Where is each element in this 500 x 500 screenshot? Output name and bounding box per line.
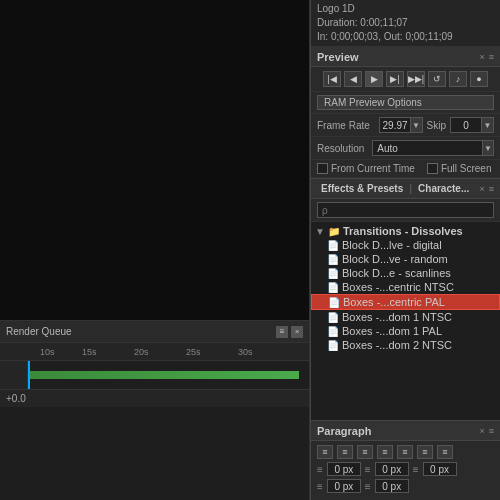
loop-btn[interactable]: ↺ [428,71,446,87]
transitions-dissolves-folder[interactable]: ▼ 📁 Transitions - Dissolves [311,224,500,238]
indent-first-input[interactable] [423,462,457,476]
resolution-arrow[interactable]: ▼ [482,141,493,155]
effects-presets-tab[interactable]: Effects & Presets [317,183,407,194]
skip-select[interactable]: 0 ▼ [450,117,494,133]
timeline-controls: ≡ × [276,326,303,338]
para-controls: ≡ ≡ ≡ ≡ ≡ ≡ ≡ ≡ ≡ ≡ [311,441,500,497]
ram-preview-btn[interactable]: RAM Preview Options [317,95,494,110]
preview-panel: Preview × ≡ |◀ ◀ ▶ ▶| ▶▶| ↺ ♪ ● RAM Prev… [311,47,500,179]
effect-item-7[interactable]: 📄 Boxes -...dom 2 NTSC [311,338,500,352]
frame-rate-arrow[interactable]: ▼ [410,118,422,132]
space-after-icon: ≡ [365,481,371,492]
effects-close-icon[interactable]: × [479,184,484,194]
effects-menu-icon[interactable]: ≡ [489,184,494,194]
resolution-label: Resolution [317,143,364,154]
align-center-btn[interactable]: ≡ [337,445,353,459]
playhead[interactable] [28,361,30,389]
effect-label-0: Block D...lve - digital [342,239,442,251]
info-duration: Duration: 0:00;11;07 [317,16,494,30]
space-after-input[interactable] [375,479,409,493]
align-justify-last-center-btn[interactable]: ≡ [417,445,433,459]
skip-to-end-btn[interactable]: ▶▶| [407,71,425,87]
full-screen-label: Full Screen [441,163,492,174]
effects-search-input[interactable] [317,202,494,218]
effects-panel-icons: × ≡ [479,184,494,194]
render-queue-tab[interactable]: Render Queue [6,326,72,337]
align-right-btn[interactable]: ≡ [357,445,373,459]
indent-after-icon: ≡ [365,464,371,475]
file-icon-5: 📄 [327,312,339,323]
align-justify-all-btn[interactable]: ≡ [437,445,453,459]
effect-label-6: Boxes -...dom 1 PAL [342,325,442,337]
paragraph-icons: × ≡ [479,426,494,436]
align-justify-last-left-btn[interactable]: ≡ [397,445,413,459]
folder-label: Transitions - Dissolves [343,225,463,237]
full-screen-checkbox[interactable] [427,163,438,174]
effects-panel: Effects & Presets | Characte... × ≡ ▼ 📁 … [311,179,500,420]
folder-expand-icon: ▼ [315,226,325,237]
record-btn[interactable]: ● [470,71,488,87]
from-current-time-item: From Current Time [317,163,415,174]
folder-icon: 📁 [328,226,340,237]
effect-item-3[interactable]: 📄 Boxes -...centric NTSC [311,280,500,294]
info-out: Out: 0;00;11;09 [384,31,453,42]
left-panel: Render Queue ≡ × 10s 15s 20s 25s 30s [0,0,310,500]
space-before-input[interactable] [327,479,361,493]
effects-tabs: Effects & Presets | Characte... [317,183,473,194]
indent-first-icon: ≡ [413,464,419,475]
time-ruler: 10s 15s 20s 25s 30s [0,343,309,361]
from-current-time-checkbox[interactable] [317,163,328,174]
para-align-row: ≡ ≡ ≡ ≡ ≡ ≡ ≡ [317,445,494,459]
timeline-track-area [0,361,309,389]
play-btn[interactable]: ▶ [365,71,383,87]
effect-label-7: Boxes -...dom 2 NTSC [342,339,452,351]
effect-item-1[interactable]: 📄 Block D...ve - random [311,252,500,266]
step-back-btn[interactable]: ◀ [344,71,362,87]
skip-arrow[interactable]: ▼ [481,118,493,132]
preview-panel-icons: × ≡ [479,52,494,62]
effect-item-2[interactable]: 📄 Block D...e - scanlines [311,266,500,280]
timeline-header: Render Queue ≡ × [0,321,309,343]
resolution-value: Auto [373,143,482,154]
ruler-mark-10s: 10s [40,347,55,357]
align-left-btn[interactable]: ≡ [317,445,333,459]
preview-panel-header: Preview × ≡ [311,47,500,67]
file-icon-2: 📄 [327,268,339,279]
effect-item-6[interactable]: 📄 Boxes -...dom 1 PAL [311,324,500,338]
indent-before-icon: ≡ [317,464,323,475]
info-bar: Logo 1D Duration: 0:00;11;07 In: 0;00;00… [311,0,500,47]
timeline-bottom-bar: +0.0 [0,389,309,407]
paragraph-panel: Paragraph × ≡ ≡ ≡ ≡ ≡ ≡ ≡ ≡ [311,420,500,500]
effect-label-1: Block D...ve - random [342,253,448,265]
search-row [311,199,500,222]
effect-item-4[interactable]: 📄 Boxes -...centric PAL [311,294,500,310]
step-forward-btn[interactable]: ▶| [386,71,404,87]
skip-label: Skip [427,120,446,131]
skip-to-start-btn[interactable]: |◀ [323,71,341,87]
audio-btn[interactable]: ♪ [449,71,467,87]
resolution-select[interactable]: Auto ▼ [372,140,494,156]
resolution-row: Resolution Auto ▼ [311,137,500,160]
timeline-area: Render Queue ≡ × 10s 15s 20s 25s 30s [0,320,310,500]
effect-label-3: Boxes -...centric NTSC [342,281,454,293]
timeline-menu-btn[interactable]: ≡ [276,326,288,338]
preview-controls: |◀ ◀ ▶ ▶| ▶▶| ↺ ♪ ● [311,67,500,92]
para-menu-icon[interactable]: ≡ [489,426,494,436]
info-times: In: 0;00;00;03, Out: 0;00;11;09 [317,30,494,44]
effect-item-0[interactable]: 📄 Block D...lve - digital [311,238,500,252]
right-panel: Logo 1D Duration: 0:00;11;07 In: 0;00;00… [310,0,500,500]
preview-close-icon[interactable]: × [479,52,484,62]
indent-after-input[interactable] [375,462,409,476]
space-before-icon: ≡ [317,481,323,492]
effect-item-5[interactable]: 📄 Boxes -...dom 1 NTSC [311,310,500,324]
skip-value: 0 [451,120,481,131]
character-tab[interactable]: Characte... [414,183,473,194]
align-justify-btn[interactable]: ≡ [377,445,393,459]
preview-menu-icon[interactable]: ≡ [489,52,494,62]
indent-before-input[interactable] [327,462,361,476]
timeline-close-btn[interactable]: × [291,326,303,338]
frame-rate-select[interactable]: 29.97 ▼ [379,117,423,133]
frame-rate-row: Frame Rate 29.97 ▼ Skip 0 ▼ [311,114,500,137]
para-indent-row1: ≡ ≡ ≡ [317,462,494,476]
para-close-icon[interactable]: × [479,426,484,436]
